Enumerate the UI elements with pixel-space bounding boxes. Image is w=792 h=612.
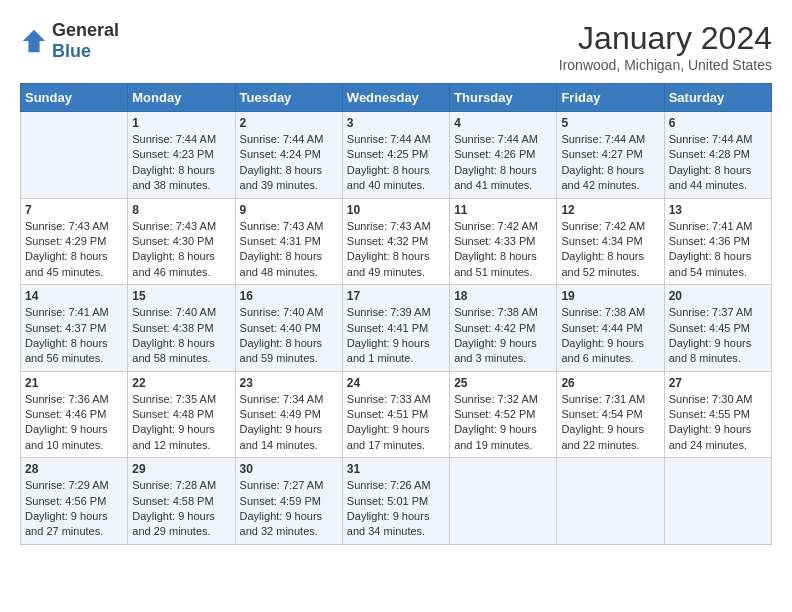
logo: General Blue <box>20 20 119 62</box>
day-number: 6 <box>669 116 767 130</box>
logo-blue: Blue <box>52 41 91 61</box>
day-number: 13 <box>669 203 767 217</box>
calendar-day-cell: 24 Sunrise: 7:33 AMSunset: 4:51 PMDaylig… <box>342 371 449 458</box>
day-info: Sunrise: 7:42 AMSunset: 4:34 PMDaylight:… <box>561 219 659 281</box>
calendar-day-header: Saturday <box>664 84 771 112</box>
page-header: General Blue January 2024 Ironwood, Mich… <box>20 20 772 73</box>
day-info: Sunrise: 7:40 AMSunset: 4:40 PMDaylight:… <box>240 305 338 367</box>
calendar-day-cell: 29 Sunrise: 7:28 AMSunset: 4:58 PMDaylig… <box>128 458 235 545</box>
calendar-day-cell: 9 Sunrise: 7:43 AMSunset: 4:31 PMDayligh… <box>235 198 342 285</box>
day-number: 7 <box>25 203 123 217</box>
calendar-day-cell: 15 Sunrise: 7:40 AMSunset: 4:38 PMDaylig… <box>128 285 235 372</box>
calendar-week-row: 7 Sunrise: 7:43 AMSunset: 4:29 PMDayligh… <box>21 198 772 285</box>
day-number: 3 <box>347 116 445 130</box>
calendar-day-header: Tuesday <box>235 84 342 112</box>
day-number: 10 <box>347 203 445 217</box>
calendar-body: 1 Sunrise: 7:44 AMSunset: 4:23 PMDayligh… <box>21 112 772 545</box>
calendar-day-header: Wednesday <box>342 84 449 112</box>
calendar-header-row: SundayMondayTuesdayWednesdayThursdayFrid… <box>21 84 772 112</box>
day-info: Sunrise: 7:35 AMSunset: 4:48 PMDaylight:… <box>132 392 230 454</box>
day-number: 8 <box>132 203 230 217</box>
day-number: 31 <box>347 462 445 476</box>
calendar-day-cell: 31 Sunrise: 7:26 AMSunset: 5:01 PMDaylig… <box>342 458 449 545</box>
day-info: Sunrise: 7:30 AMSunset: 4:55 PMDaylight:… <box>669 392 767 454</box>
calendar-day-cell <box>557 458 664 545</box>
day-info: Sunrise: 7:34 AMSunset: 4:49 PMDaylight:… <box>240 392 338 454</box>
calendar-day-cell: 26 Sunrise: 7:31 AMSunset: 4:54 PMDaylig… <box>557 371 664 458</box>
calendar-day-cell <box>21 112 128 199</box>
day-number: 21 <box>25 376 123 390</box>
day-number: 18 <box>454 289 552 303</box>
day-info: Sunrise: 7:44 AMSunset: 4:28 PMDaylight:… <box>669 132 767 194</box>
calendar-day-cell: 6 Sunrise: 7:44 AMSunset: 4:28 PMDayligh… <box>664 112 771 199</box>
day-number: 28 <box>25 462 123 476</box>
day-info: Sunrise: 7:26 AMSunset: 5:01 PMDaylight:… <box>347 478 445 540</box>
day-info: Sunrise: 7:27 AMSunset: 4:59 PMDaylight:… <box>240 478 338 540</box>
day-number: 27 <box>669 376 767 390</box>
day-number: 19 <box>561 289 659 303</box>
calendar-day-cell: 8 Sunrise: 7:43 AMSunset: 4:30 PMDayligh… <box>128 198 235 285</box>
day-info: Sunrise: 7:28 AMSunset: 4:58 PMDaylight:… <box>132 478 230 540</box>
day-number: 5 <box>561 116 659 130</box>
day-number: 11 <box>454 203 552 217</box>
day-info: Sunrise: 7:32 AMSunset: 4:52 PMDaylight:… <box>454 392 552 454</box>
day-info: Sunrise: 7:37 AMSunset: 4:45 PMDaylight:… <box>669 305 767 367</box>
day-number: 24 <box>347 376 445 390</box>
day-number: 1 <box>132 116 230 130</box>
day-number: 26 <box>561 376 659 390</box>
calendar-day-cell: 13 Sunrise: 7:41 AMSunset: 4:36 PMDaylig… <box>664 198 771 285</box>
calendar-day-cell: 1 Sunrise: 7:44 AMSunset: 4:23 PMDayligh… <box>128 112 235 199</box>
calendar-day-cell: 12 Sunrise: 7:42 AMSunset: 4:34 PMDaylig… <box>557 198 664 285</box>
day-info: Sunrise: 7:40 AMSunset: 4:38 PMDaylight:… <box>132 305 230 367</box>
day-info: Sunrise: 7:29 AMSunset: 4:56 PMDaylight:… <box>25 478 123 540</box>
day-info: Sunrise: 7:31 AMSunset: 4:54 PMDaylight:… <box>561 392 659 454</box>
calendar-week-row: 21 Sunrise: 7:36 AMSunset: 4:46 PMDaylig… <box>21 371 772 458</box>
day-number: 17 <box>347 289 445 303</box>
calendar-day-cell: 7 Sunrise: 7:43 AMSunset: 4:29 PMDayligh… <box>21 198 128 285</box>
day-info: Sunrise: 7:44 AMSunset: 4:26 PMDaylight:… <box>454 132 552 194</box>
day-number: 2 <box>240 116 338 130</box>
calendar-day-cell: 14 Sunrise: 7:41 AMSunset: 4:37 PMDaylig… <box>21 285 128 372</box>
logo-text: General Blue <box>52 20 119 62</box>
calendar-day-cell: 3 Sunrise: 7:44 AMSunset: 4:25 PMDayligh… <box>342 112 449 199</box>
svg-marker-0 <box>23 30 45 52</box>
calendar-day-cell: 27 Sunrise: 7:30 AMSunset: 4:55 PMDaylig… <box>664 371 771 458</box>
day-number: 15 <box>132 289 230 303</box>
logo-general: General <box>52 20 119 40</box>
day-info: Sunrise: 7:43 AMSunset: 4:30 PMDaylight:… <box>132 219 230 281</box>
calendar-day-header: Thursday <box>450 84 557 112</box>
day-info: Sunrise: 7:38 AMSunset: 4:44 PMDaylight:… <box>561 305 659 367</box>
day-info: Sunrise: 7:41 AMSunset: 4:37 PMDaylight:… <box>25 305 123 367</box>
day-info: Sunrise: 7:36 AMSunset: 4:46 PMDaylight:… <box>25 392 123 454</box>
calendar-day-cell <box>450 458 557 545</box>
day-number: 4 <box>454 116 552 130</box>
day-number: 30 <box>240 462 338 476</box>
title-block: January 2024 Ironwood, Michigan, United … <box>559 20 772 73</box>
day-info: Sunrise: 7:44 AMSunset: 4:24 PMDaylight:… <box>240 132 338 194</box>
calendar-day-cell: 16 Sunrise: 7:40 AMSunset: 4:40 PMDaylig… <box>235 285 342 372</box>
day-info: Sunrise: 7:33 AMSunset: 4:51 PMDaylight:… <box>347 392 445 454</box>
calendar-day-cell: 19 Sunrise: 7:38 AMSunset: 4:44 PMDaylig… <box>557 285 664 372</box>
calendar-title: January 2024 <box>559 20 772 57</box>
calendar-day-cell: 17 Sunrise: 7:39 AMSunset: 4:41 PMDaylig… <box>342 285 449 372</box>
calendar-day-cell: 2 Sunrise: 7:44 AMSunset: 4:24 PMDayligh… <box>235 112 342 199</box>
day-info: Sunrise: 7:43 AMSunset: 4:31 PMDaylight:… <box>240 219 338 281</box>
calendar-day-cell: 5 Sunrise: 7:44 AMSunset: 4:27 PMDayligh… <box>557 112 664 199</box>
calendar-week-row: 14 Sunrise: 7:41 AMSunset: 4:37 PMDaylig… <box>21 285 772 372</box>
calendar-day-header: Sunday <box>21 84 128 112</box>
day-info: Sunrise: 7:44 AMSunset: 4:23 PMDaylight:… <box>132 132 230 194</box>
day-number: 16 <box>240 289 338 303</box>
day-info: Sunrise: 7:44 AMSunset: 4:27 PMDaylight:… <box>561 132 659 194</box>
calendar-day-cell: 30 Sunrise: 7:27 AMSunset: 4:59 PMDaylig… <box>235 458 342 545</box>
day-info: Sunrise: 7:39 AMSunset: 4:41 PMDaylight:… <box>347 305 445 367</box>
calendar-day-header: Monday <box>128 84 235 112</box>
day-info: Sunrise: 7:41 AMSunset: 4:36 PMDaylight:… <box>669 219 767 281</box>
day-info: Sunrise: 7:38 AMSunset: 4:42 PMDaylight:… <box>454 305 552 367</box>
calendar-table: SundayMondayTuesdayWednesdayThursdayFrid… <box>20 83 772 545</box>
calendar-week-row: 1 Sunrise: 7:44 AMSunset: 4:23 PMDayligh… <box>21 112 772 199</box>
calendar-subtitle: Ironwood, Michigan, United States <box>559 57 772 73</box>
day-info: Sunrise: 7:43 AMSunset: 4:29 PMDaylight:… <box>25 219 123 281</box>
logo-icon <box>20 27 48 55</box>
calendar-day-cell: 23 Sunrise: 7:34 AMSunset: 4:49 PMDaylig… <box>235 371 342 458</box>
day-number: 14 <box>25 289 123 303</box>
